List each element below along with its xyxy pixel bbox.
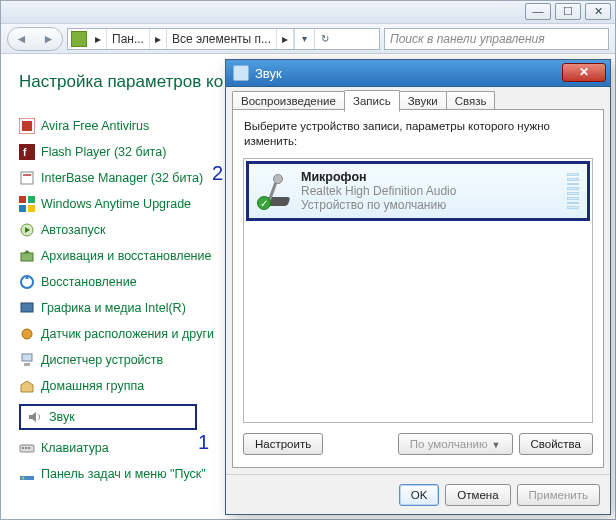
applet-label: Автозапуск bbox=[41, 223, 105, 237]
annotation-1: 1 bbox=[198, 431, 209, 454]
homegroup-icon bbox=[19, 378, 35, 394]
backup-icon bbox=[19, 248, 35, 264]
ok-button[interactable]: OK bbox=[399, 484, 440, 506]
microphone-icon: ✓ bbox=[257, 174, 291, 208]
maximize-button[interactable]: ☐ bbox=[555, 3, 581, 20]
dialog-titlebar[interactable]: Звук ✕ bbox=[226, 60, 610, 87]
default-check-icon: ✓ bbox=[257, 196, 271, 210]
device-status: Устройство по умолчанию bbox=[301, 198, 557, 212]
svg-rect-10 bbox=[21, 253, 33, 261]
recovery-icon bbox=[19, 274, 35, 290]
applet-label: Архивация и восстановление bbox=[41, 249, 211, 263]
apply-button[interactable]: Применить bbox=[517, 484, 600, 506]
annotation-2: 2 bbox=[212, 162, 223, 185]
set-default-label: По умолчанию bbox=[410, 438, 488, 450]
back-icon: ◄ bbox=[16, 32, 28, 46]
forward-icon: ► bbox=[43, 32, 55, 46]
tab-recording[interactable]: Запись bbox=[344, 90, 400, 112]
breadcrumb-chevron: ▸ bbox=[90, 29, 107, 49]
applet-label: Диспетчер устройств bbox=[41, 353, 163, 367]
dialog-title: Звук bbox=[255, 66, 282, 81]
avira-icon bbox=[19, 118, 35, 134]
applet-label: Графика и медиа Intel(R) bbox=[41, 301, 186, 315]
svg-rect-8 bbox=[28, 205, 35, 212]
intel-icon bbox=[19, 300, 35, 316]
svg-rect-17 bbox=[22, 447, 24, 449]
applet-label: Звук bbox=[49, 410, 75, 424]
devmgr-icon bbox=[19, 352, 35, 368]
applet-label: Flash Player (32 бита) bbox=[41, 145, 166, 159]
autoplay-icon bbox=[19, 222, 35, 238]
applet-label: Домашняя группа bbox=[41, 379, 144, 393]
svg-point-21 bbox=[22, 477, 25, 480]
svg-rect-5 bbox=[19, 196, 26, 203]
breadcrumb[interactable]: ▸ Пан... ▸ Все элементы п... ▸ ▾ ↻ bbox=[67, 28, 380, 50]
svg-rect-12 bbox=[21, 303, 33, 312]
chevron-down-icon: ▼ bbox=[492, 440, 501, 450]
minimize-button[interactable]: — bbox=[525, 3, 551, 20]
close-button[interactable]: ✕ bbox=[585, 3, 611, 20]
address-bar: ◄ ► ▸ Пан... ▸ Все элементы п... ▸ ▾ ↻ П… bbox=[1, 24, 615, 54]
applet-label: Панель задач и меню "Пуск" bbox=[41, 467, 206, 481]
search-placeholder: Поиск в панели управления bbox=[390, 32, 545, 46]
applet-label: Клавиатура bbox=[41, 441, 109, 455]
device-list[interactable]: ✓ Микрофон Realtek High Definition Audio… bbox=[243, 158, 593, 423]
window-titlebar: — ☐ ✕ bbox=[1, 1, 615, 24]
properties-button[interactable]: Свойства bbox=[519, 433, 594, 455]
dialog-footer: OK Отмена Применить bbox=[226, 474, 610, 514]
level-meter bbox=[567, 173, 579, 209]
device-name: Микрофон bbox=[301, 170, 557, 184]
interbase-icon bbox=[19, 170, 35, 186]
taskbar-icon bbox=[19, 466, 35, 482]
address-dropdown-icon[interactable]: ▾ bbox=[294, 29, 314, 49]
breadcrumb-seg-1[interactable]: Пан... bbox=[107, 29, 150, 49]
svg-rect-6 bbox=[28, 196, 35, 203]
svg-rect-19 bbox=[28, 447, 30, 449]
applet-label: Windows Anytime Upgrade bbox=[41, 197, 191, 211]
svg-rect-14 bbox=[22, 354, 32, 361]
dialog-close-button[interactable]: ✕ bbox=[562, 63, 606, 82]
flash-icon: f bbox=[19, 144, 35, 160]
set-default-button[interactable]: По умолчанию▼ bbox=[398, 433, 513, 455]
svg-rect-18 bbox=[25, 447, 27, 449]
sound-dialog: Звук ✕ Воспроизведение Запись Звуки Связ… bbox=[225, 59, 611, 515]
svg-rect-15 bbox=[24, 363, 30, 366]
applet-sound[interactable]: Звук bbox=[19, 404, 197, 430]
svg-point-13 bbox=[22, 329, 32, 339]
svg-rect-3 bbox=[21, 172, 33, 184]
instruction-text: Выберите устройство записи, параметры ко… bbox=[233, 110, 603, 155]
configure-button[interactable]: Настроить bbox=[243, 433, 323, 455]
applet-label: Avira Free Antivirus bbox=[41, 119, 149, 133]
tab-panel: Выберите устройство записи, параметры ко… bbox=[232, 109, 604, 468]
control-panel-icon bbox=[71, 31, 87, 47]
breadcrumb-chevron: ▸ bbox=[150, 29, 167, 49]
keyboard-icon bbox=[19, 440, 35, 456]
anytime-icon bbox=[19, 196, 35, 212]
svg-rect-7 bbox=[19, 205, 26, 212]
sound-icon bbox=[27, 409, 43, 425]
breadcrumb-seg-2[interactable]: Все элементы п... bbox=[167, 29, 277, 49]
applet-label: Датчик расположения и други bbox=[41, 327, 214, 341]
cancel-button[interactable]: Отмена bbox=[445, 484, 510, 506]
breadcrumb-chevron: ▸ bbox=[277, 29, 294, 49]
svg-rect-4 bbox=[23, 174, 31, 176]
panel-button-row: Настроить По умолчанию▼ Свойства bbox=[243, 431, 593, 457]
svg-rect-1 bbox=[19, 144, 35, 160]
nav-back-forward[interactable]: ◄ ► bbox=[7, 27, 63, 51]
device-item-microphone[interactable]: ✓ Микрофон Realtek High Definition Audio… bbox=[246, 161, 590, 221]
applet-label: Восстановление bbox=[41, 275, 137, 289]
sound-icon bbox=[233, 65, 249, 81]
search-input[interactable]: Поиск в панели управления bbox=[384, 28, 609, 50]
device-driver: Realtek High Definition Audio bbox=[301, 184, 557, 198]
applet-label: InterBase Manager (32 бита) bbox=[41, 171, 203, 185]
sensor-icon bbox=[19, 326, 35, 342]
refresh-icon[interactable]: ↻ bbox=[314, 29, 334, 49]
